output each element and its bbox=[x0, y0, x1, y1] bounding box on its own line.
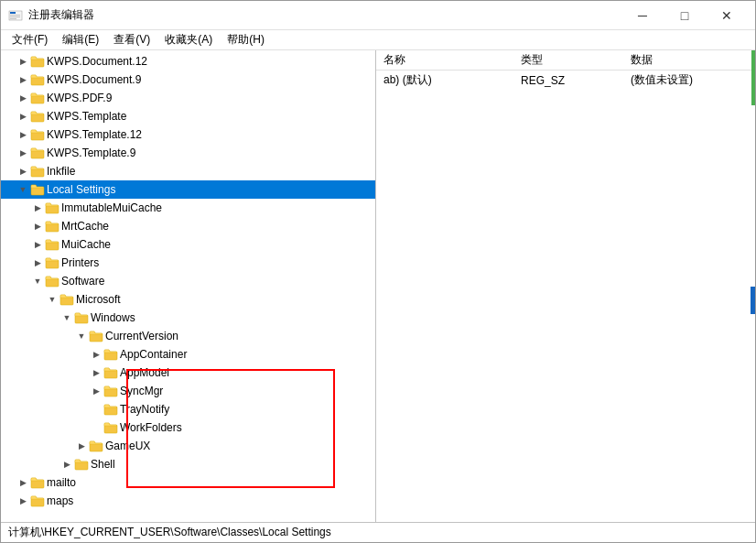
menu-item[interactable]: 收藏夹(A) bbox=[157, 30, 220, 49]
tree-item[interactable]: WorkFolders bbox=[1, 418, 375, 437]
tree-toggle-icon[interactable]: ▶ bbox=[16, 494, 30, 508]
tree-item[interactable]: ▶ GameUX bbox=[1, 437, 375, 455]
tree-item[interactable]: ▶ KWPS.Template.9 bbox=[1, 144, 375, 162]
close-button[interactable]: ✕ bbox=[706, 1, 748, 30]
tree-item[interactable]: ▶ AppContainer bbox=[1, 345, 375, 364]
tree-item[interactable]: ▼ Windows bbox=[1, 309, 375, 327]
svg-rect-2 bbox=[10, 15, 20, 16]
tree-item[interactable]: ▶ Inkfile bbox=[1, 162, 375, 180]
tree-item-label: GameUX bbox=[105, 440, 150, 452]
tree-item-label: MrtCache bbox=[61, 220, 109, 233]
folder-icon bbox=[103, 385, 118, 397]
tree-item-label: mailto bbox=[47, 476, 76, 489]
tree-item-label: Microsoft bbox=[76, 293, 121, 306]
tree-toggle-icon[interactable]: ▶ bbox=[89, 347, 103, 362]
folder-icon bbox=[103, 403, 118, 416]
folder-icon bbox=[30, 183, 45, 196]
tree-item[interactable]: ▼ Software bbox=[1, 272, 375, 290]
tree-item-label: TrayNotify bbox=[120, 403, 169, 416]
col-header-type: 类型 bbox=[513, 50, 623, 71]
tree-toggle-icon[interactable]: ▼ bbox=[59, 310, 74, 325]
tree-item[interactable]: ▼ CurrentVersion bbox=[1, 327, 375, 345]
tree-toggle-icon[interactable]: ▼ bbox=[74, 329, 89, 343]
tree-toggle-icon[interactable]: ▶ bbox=[30, 237, 45, 252]
registry-table: 名称 类型 数据 ab) (默认)REG_SZ(数值未设置) bbox=[376, 50, 755, 90]
tree-item[interactable]: ▼ Microsoft bbox=[1, 290, 375, 309]
tree-toggle-icon[interactable]: ▶ bbox=[16, 72, 30, 87]
tree-toggle-icon[interactable]: ▶ bbox=[16, 91, 30, 105]
tree-item[interactable]: ▼ Local Settings bbox=[1, 180, 375, 199]
tree-item[interactable]: ▶ SyncMgr bbox=[1, 382, 375, 400]
tree-item-label: KWPS.Document.9 bbox=[47, 73, 141, 86]
right-pane: 名称 类型 数据 ab) (默认)REG_SZ(数值未设置) bbox=[376, 50, 755, 522]
folder-icon bbox=[30, 55, 45, 68]
tree-toggle-icon[interactable]: ▶ bbox=[16, 475, 30, 490]
status-path: 计算机\HKEY_CURRENT_USER\Software\Classes\L… bbox=[8, 525, 331, 540]
tree-item[interactable]: ▶ KWPS.PDF.9 bbox=[1, 89, 375, 107]
menu-bar: 文件(F)编辑(E)查看(V)收藏夹(A)帮助(H) bbox=[1, 30, 755, 50]
tree-item-label: AppModel bbox=[120, 366, 169, 379]
minimize-button[interactable]: ─ bbox=[621, 1, 664, 30]
folder-icon bbox=[45, 238, 59, 251]
title-bar-left: 注册表编辑器 bbox=[8, 7, 94, 23]
tree-item-label: maps bbox=[47, 494, 73, 507]
menu-item[interactable]: 文件(F) bbox=[5, 30, 55, 49]
menu-item[interactable]: 查看(V) bbox=[106, 30, 157, 49]
tree-item[interactable]: ▶ KWPS.Document.9 bbox=[1, 71, 375, 89]
tree-item[interactable]: ▶ Shell bbox=[1, 455, 375, 473]
tree-item[interactable]: ▶ KWPS.Template bbox=[1, 107, 375, 125]
tree-toggle-icon[interactable]: ▶ bbox=[16, 146, 30, 160]
tree-toggle-icon[interactable]: ▼ bbox=[16, 182, 30, 197]
window-title: 注册表编辑器 bbox=[28, 7, 94, 23]
menu-item[interactable]: 帮助(H) bbox=[220, 30, 272, 49]
tree-item[interactable]: ▶ MrtCache bbox=[1, 217, 375, 235]
tree-item-label: AppContainer bbox=[120, 348, 187, 361]
svg-rect-4 bbox=[10, 18, 16, 19]
tree-item[interactable]: ▶ mailto bbox=[1, 473, 375, 492]
tree-toggle-icon[interactable]: ▶ bbox=[59, 457, 74, 472]
folder-icon bbox=[45, 275, 59, 288]
folder-icon bbox=[59, 293, 74, 306]
tree-toggle-icon[interactable]: ▶ bbox=[16, 164, 30, 179]
tree-item[interactable]: TrayNotify bbox=[1, 400, 375, 418]
menu-item[interactable]: 编辑(E) bbox=[55, 30, 106, 49]
folder-icon bbox=[30, 128, 45, 141]
tree-item-label: Shell bbox=[91, 458, 115, 471]
col-header-name: 名称 bbox=[376, 50, 513, 71]
tree-toggle-icon[interactable]: ▶ bbox=[30, 201, 45, 215]
tree-toggle-icon[interactable]: ▶ bbox=[89, 384, 103, 398]
tree-item[interactable]: ▶ KWPS.Template.12 bbox=[1, 125, 375, 144]
tree-toggle-icon[interactable]: ▶ bbox=[16, 54, 30, 69]
folder-icon bbox=[103, 421, 118, 434]
cell-type: REG_SZ bbox=[513, 71, 623, 91]
folder-icon bbox=[30, 73, 45, 86]
tree-item[interactable]: ▶ AppModel bbox=[1, 364, 375, 382]
tree-toggle-icon[interactable]: ▶ bbox=[16, 127, 30, 142]
tree-item-label: Local Settings bbox=[47, 183, 115, 196]
tree-item-label: ImmutableMuiCache bbox=[61, 201, 162, 214]
tree-item[interactable]: ▶ MuiCache bbox=[1, 235, 375, 254]
regedit-icon bbox=[8, 8, 23, 23]
tree-toggle-icon[interactable]: ▶ bbox=[16, 109, 30, 124]
tree-toggle-icon[interactable]: ▼ bbox=[45, 292, 59, 307]
folder-icon bbox=[45, 220, 59, 233]
tree-toggle-icon[interactable]: ▶ bbox=[30, 219, 45, 233]
tree-item[interactable]: ▶ maps bbox=[1, 492, 375, 510]
tree-toggle-icon[interactable]: ▶ bbox=[30, 255, 45, 270]
tree-item[interactable]: ▶ ImmutableMuiCache bbox=[1, 199, 375, 217]
maximize-button[interactable]: □ bbox=[664, 1, 706, 30]
tree-item-label: Windows bbox=[91, 311, 135, 324]
folder-icon bbox=[30, 92, 45, 104]
folder-icon bbox=[45, 201, 59, 214]
main-content: ▶ KWPS.Document.12▶ KWPS.Document.9▶ KWP… bbox=[1, 50, 755, 522]
tree-item[interactable]: ▶ KWPS.Document.12 bbox=[1, 52, 375, 71]
folder-icon bbox=[30, 476, 45, 489]
tree-toggle-icon[interactable]: ▶ bbox=[89, 365, 103, 380]
tree-item[interactable]: ▶ Printers bbox=[1, 254, 375, 272]
folder-icon bbox=[30, 494, 45, 507]
tree-toggle-icon[interactable]: ▶ bbox=[74, 439, 89, 453]
folder-icon bbox=[30, 165, 45, 178]
tree-item-label: KWPS.Template.9 bbox=[47, 147, 135, 159]
tree-toggle-icon[interactable]: ▼ bbox=[30, 274, 45, 288]
left-pane[interactable]: ▶ KWPS.Document.12▶ KWPS.Document.9▶ KWP… bbox=[1, 50, 376, 522]
